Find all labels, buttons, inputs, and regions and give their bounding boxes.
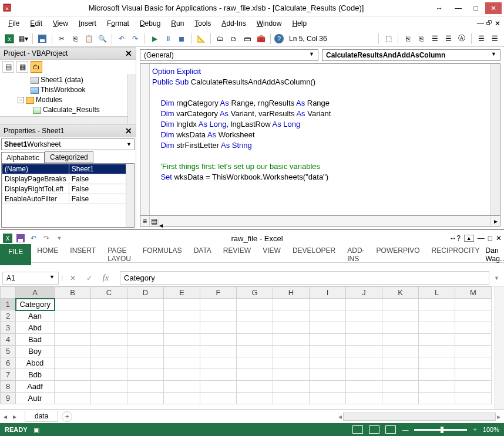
cell-L9[interactable] [419,393,455,404]
cell-L1[interactable] [419,299,455,310]
cell-K2[interactable] [382,310,419,322]
row-header-7[interactable]: 7 [1,369,16,381]
cell-A2[interactable]: Aan [16,310,55,322]
tool-extra-1[interactable]: ⬚ [382,33,394,45]
find-button[interactable]: 🔍 [96,33,108,45]
view-object-button[interactable]: ▦ [16,61,28,73]
restore-arrows-icon[interactable]: ↔ [436,4,443,12]
cell-C8[interactable] [91,381,127,393]
cell-K9[interactable] [382,393,419,404]
cell-G6[interactable] [237,357,273,369]
code-vscrollbar[interactable] [490,64,500,215]
cell-H1[interactable] [273,299,310,310]
new-sheet-button[interactable]: + [62,411,72,422]
tree-node-thisworkbook[interactable]: ThisWorkbook [41,86,85,94]
column-header-I[interactable]: I [310,287,346,299]
cell-M5[interactable] [455,346,492,357]
cell-K5[interactable] [382,346,419,357]
cell-D9[interactable] [127,393,164,404]
cell-E2[interactable] [164,310,200,322]
design-mode-button[interactable]: 📐 [195,33,207,45]
ribbon-tab-add-ins[interactable]: ADD-INS [341,244,370,265]
cell-D1[interactable] [127,299,164,310]
excel-maximize-button[interactable]: □ [488,234,492,242]
save-button[interactable] [36,33,48,45]
cell-L2[interactable] [419,310,455,322]
cell-L3[interactable] [419,322,455,334]
cell-G2[interactable] [237,310,273,322]
row-header-8[interactable]: 8 [1,381,16,393]
column-header-M[interactable]: M [455,287,492,299]
ribbon-tab-review[interactable]: REVIEW [217,244,257,265]
ribbon-tab-file[interactable]: FILE [0,244,31,265]
cell-D8[interactable] [127,381,164,393]
zoom-in-button[interactable]: + [473,426,476,433]
cell-L5[interactable] [419,346,455,357]
cell-H7[interactable] [273,369,310,381]
column-header-H[interactable]: H [273,287,310,299]
cell-E3[interactable] [164,322,200,334]
cell-E1[interactable] [164,299,200,310]
cell-F9[interactable] [200,393,237,404]
ribbon-tab-formulas[interactable]: FORMULAS [137,244,188,265]
ribbon-tab-page layou[interactable]: PAGE LAYOU [102,244,137,265]
row-header-4[interactable]: 4 [1,334,16,346]
cell-C1[interactable] [91,299,127,310]
tool-extra-8[interactable]: ☰ [489,33,500,45]
cell-J2[interactable] [346,310,382,322]
cell-L8[interactable] [419,381,455,393]
cell-J4[interactable] [346,334,382,346]
cut-button[interactable]: ✂ [56,33,68,45]
project-panel-close-button[interactable]: ✕ [125,49,132,58]
cell-I6[interactable] [310,357,346,369]
cell-G1[interactable] [237,299,273,310]
column-header-K[interactable]: K [382,287,419,299]
cell-J7[interactable] [346,369,382,381]
property-row[interactable]: EnableAutoFilterFalse [2,194,134,204]
cell-E9[interactable] [164,393,200,404]
cell-D6[interactable] [127,357,164,369]
ribbon-tab-data[interactable]: DATA [188,244,217,265]
run-button[interactable]: ▶ [149,33,160,45]
cell-H4[interactable] [273,334,310,346]
normal-view-button[interactable] [352,425,363,434]
cell-J8[interactable] [346,381,382,393]
properties-grid[interactable]: (Name)Sheet1DisplayPageBreaksFalseDispla… [1,163,135,228]
property-row[interactable]: DisplayPageBreaksFalse [2,174,134,184]
menu-run[interactable]: Run [166,18,189,29]
cell-H9[interactable] [273,393,310,404]
qat-customize-button[interactable]: ▼ [54,233,65,244]
tree-node-sheet1[interactable]: Sheet1 (data) [41,76,83,84]
help-button[interactable]: ? [274,34,284,43]
tree-node-calculate-results[interactable]: Calculate_Results [43,106,100,114]
mdi-close-button[interactable]: ✕ [495,19,500,28]
cell-F8[interactable] [200,381,237,393]
cell-I5[interactable] [310,346,346,357]
zoom-out-button[interactable]: — [402,426,408,433]
ribbon-tab-view[interactable]: VIEW [257,244,287,265]
cell-B1[interactable] [55,299,91,310]
cell-C4[interactable] [91,334,127,346]
menu-debug[interactable]: Debug [135,18,165,29]
procedure-view-button[interactable]: ≡ [140,217,150,226]
zoom-level[interactable]: 100% [483,426,499,433]
cell-G9[interactable] [237,393,273,404]
row-header-3[interactable]: 3 [1,322,16,334]
cell-A4[interactable]: Bad [16,334,55,346]
tab-nav-next-button[interactable]: ▸ [13,413,21,421]
code-text[interactable]: Option ExplicitPublic Sub CalculateResul… [152,66,488,182]
project-explorer-button[interactable]: 🗂 [214,33,226,45]
cell-E8[interactable] [164,381,200,393]
paste-button[interactable]: 📋 [83,33,95,45]
cell-C7[interactable] [91,369,127,381]
cell-F2[interactable] [200,310,237,322]
tool-extra-7[interactable]: ☰ [475,33,487,45]
tab-alphabetic[interactable]: Alphabetic [1,152,45,164]
copy-button[interactable]: ⎘ [69,33,81,45]
menu-view[interactable]: View [48,18,73,29]
excel-help-icon[interactable]: ↔? [449,234,461,242]
cell-G5[interactable] [237,346,273,357]
tree-node-modules[interactable]: Modules [36,96,62,104]
column-header-F[interactable]: F [200,287,237,299]
tool-extra-2[interactable]: ⎘ [402,33,414,45]
